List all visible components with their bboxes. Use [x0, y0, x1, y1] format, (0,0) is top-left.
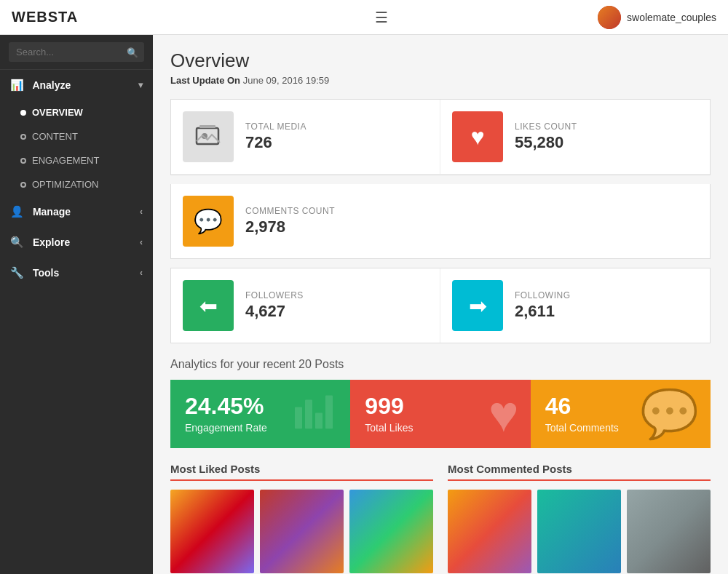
sidebar: 🔍 📊 Analyze ▾ OVERVIEW CONTENT ENG — [0, 35, 153, 574]
likes-count-value: 55,280 — [515, 133, 577, 152]
sidebar-tools-header[interactable]: 🔧 Tools ‹ — [0, 258, 153, 288]
sidebar-section-manage: 👤 Manage ‹ — [0, 196, 153, 227]
chevron-down-icon: ▾ — [138, 80, 143, 90]
sidebar-nav-overview[interactable]: OVERVIEW — [0, 100, 153, 124]
svg-rect-1 — [199, 125, 215, 128]
user-profile[interactable]: swolemate_couples — [598, 6, 716, 29]
last-update: Last Update On June 09, 2016 19:59 — [170, 75, 711, 86]
sidebar-search-container: 🔍 — [0, 35, 153, 70]
most-liked-title: Most Liked Posts — [170, 463, 433, 481]
username-label: swolemate_couples — [627, 12, 716, 23]
svg-rect-4 — [305, 400, 312, 429]
list-item: #3 ♥ 60 — [349, 490, 433, 574]
sidebar-nav-content[interactable]: CONTENT — [0, 124, 153, 148]
topbar: WEBSTA ☰ swolemate_couples — [0, 0, 728, 35]
analyze-icon: 📊 — [10, 79, 24, 91]
stats-top-grid: TOTAL MEDIA 726 ♥ LIKES COUNT 55,280 — [170, 99, 711, 175]
post-thumb-liked-2[interactable] — [260, 490, 344, 573]
most-commented-title: Most Commented Posts — [448, 463, 711, 481]
sidebar-manage-header[interactable]: 👤 Manage ‹ — [0, 196, 153, 227]
analytics-total-likes: 999 Total Likes ♥ — [350, 380, 530, 448]
page-title: Overview — [170, 49, 711, 72]
stat-followers: ➡ FOLLOWERS 4,627 — [171, 268, 440, 343]
explore-icon: 🔍 — [10, 236, 24, 248]
comments-icon-box: 💬 — [183, 196, 234, 247]
list-item: #1 ♥ 101 — [170, 490, 254, 574]
post-thumb-liked-1[interactable] — [170, 490, 254, 573]
total-media-value: 726 — [245, 133, 306, 152]
post-thumb-commented-1[interactable] — [448, 490, 531, 573]
search-input[interactable] — [9, 42, 144, 62]
search-icon: 🔍 — [127, 47, 138, 57]
comments-count-value: 2,978 — [245, 218, 335, 236]
stat-text-following: FOLLOWING 2,611 — [515, 290, 571, 321]
analytics-total-comments: 46 Total Comments 💬 — [531, 380, 711, 448]
chevron-left-icon-tools: ‹ — [140, 268, 143, 278]
nav-dot-content — [20, 134, 26, 140]
svg-rect-5 — [315, 413, 323, 429]
comment-bg-icon: 💬 — [640, 386, 699, 442]
followers-label: FOLLOWERS — [245, 290, 304, 300]
hamburger-button[interactable]: ☰ — [375, 9, 388, 26]
nav-dot-engagement — [20, 158, 26, 164]
logo: WEBSTA — [12, 9, 165, 25]
list-item: #3 💬 4 — [627, 490, 711, 574]
chevron-left-icon-explore: ‹ — [140, 237, 143, 247]
sidebar-analyze-header[interactable]: 📊 Analyze ▾ — [0, 70, 153, 100]
post-thumb-liked-3[interactable] — [349, 490, 433, 573]
stat-following: ➡ FOLLOWING 2,611 — [440, 268, 710, 343]
most-commented-row: #1 💬 7 #2 💬 6 — [448, 490, 711, 574]
most-liked-row: #1 ♥ 101 #2 ♥ 85 — [170, 490, 433, 574]
following-icon-box: ➡ — [452, 280, 503, 331]
sidebar-explore-header[interactable]: 🔍 Explore ‹ — [0, 227, 153, 258]
sidebar-nav-optimization[interactable]: OPTIMIZATION — [0, 172, 153, 196]
stat-text-followers: FOLLOWERS 4,627 — [245, 290, 304, 321]
post-thumb-commented-2[interactable] — [537, 490, 621, 573]
analytics-engagement: 24.45% Engagement Rate — [170, 380, 350, 448]
stats-bottom-grid: ➡ FOLLOWERS 4,627 ➡ FOLLOWING 2,611 — [170, 268, 711, 343]
posts-sections: Most Liked Posts #1 ♥ 101 #2 — [170, 463, 711, 574]
sidebar-section-explore: 🔍 Explore ‹ — [0, 227, 153, 258]
most-commented-section: Most Commented Posts #1 💬 7 #2 — [448, 463, 711, 574]
likes-icon-box: ♥ — [452, 111, 503, 162]
manage-icon: 👤 — [10, 205, 24, 218]
media-icon-box — [183, 111, 234, 162]
sidebar-nav-engagement[interactable]: ENGAGEMENT — [0, 148, 153, 172]
heart-bg-icon: ♥ — [488, 385, 519, 443]
following-value: 2,611 — [515, 302, 571, 321]
stat-text-likes: LIKES COUNT 55,280 — [515, 121, 577, 152]
stat-total-media: TOTAL MEDIA 726 — [171, 100, 440, 175]
stat-text-media: TOTAL MEDIA 726 — [245, 121, 306, 152]
sidebar-section-analyze: 📊 Analyze ▾ OVERVIEW CONTENT ENGAGEMENT … — [0, 70, 153, 196]
stat-comments: 💬 COMMENTS COUNT 2,978 — [170, 184, 711, 259]
analytics-section-title: Analytics for your recent 20 Posts — [170, 358, 711, 371]
main-layout: 🔍 📊 Analyze ▾ OVERVIEW CONTENT ENG — [0, 35, 728, 574]
list-item: #2 ♥ 85 — [260, 490, 344, 574]
list-item: #2 💬 6 — [537, 490, 621, 574]
nav-dot-overview — [20, 110, 26, 116]
stat-likes-count: ♥ LIKES COUNT 55,280 — [440, 100, 710, 175]
content-area: Overview Last Update On June 09, 2016 19… — [153, 35, 728, 574]
followers-value: 4,627 — [245, 302, 304, 321]
nav-dot-optimization — [20, 182, 26, 188]
likes-count-label: LIKES COUNT — [515, 121, 577, 132]
chevron-left-icon-manage: ‹ — [140, 207, 143, 217]
bar-chart-icon — [292, 389, 336, 439]
svg-rect-3 — [295, 407, 302, 429]
list-item: #1 💬 7 — [448, 490, 531, 574]
comments-count-label: COMMENTS COUNT — [245, 206, 335, 216]
svg-rect-6 — [325, 396, 333, 429]
analytics-cards: 24.45% Engagement Rate 999 Total Likes ♥ — [170, 380, 711, 448]
stat-text-comments: COMMENTS COUNT 2,978 — [245, 206, 335, 236]
followers-icon-box: ➡ — [183, 280, 234, 331]
avatar — [598, 6, 621, 29]
sidebar-section-tools: 🔧 Tools ‹ — [0, 258, 153, 288]
post-thumb-commented-3[interactable] — [627, 490, 711, 573]
total-media-label: TOTAL MEDIA — [245, 121, 306, 132]
following-label: FOLLOWING — [515, 290, 571, 300]
most-liked-section: Most Liked Posts #1 ♥ 101 #2 — [170, 463, 433, 574]
tools-icon: 🔧 — [10, 266, 24, 279]
